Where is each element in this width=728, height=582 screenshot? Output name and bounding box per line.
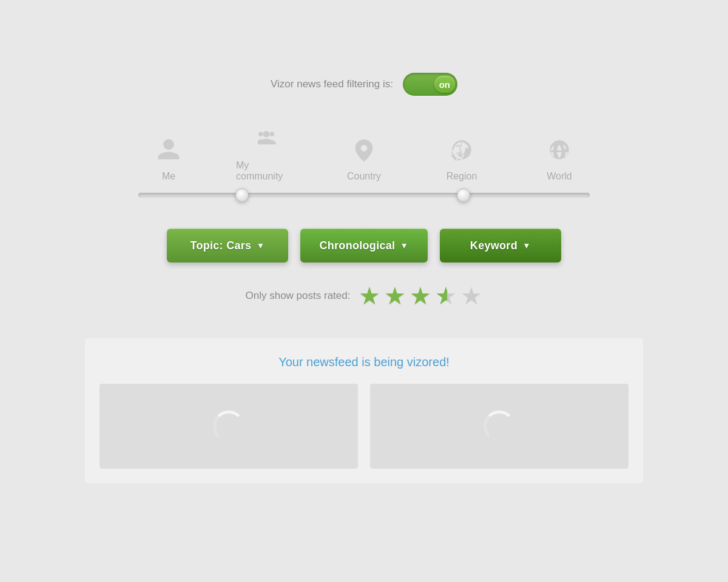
- scope-item-me[interactable]: Me: [138, 137, 199, 182]
- newsfeed-card-1: [99, 384, 358, 469]
- topic-arrow-icon: ▼: [256, 241, 265, 250]
- stars-container[interactable]: ★ ★ ★ ★ ★: [359, 284, 482, 308]
- newsfeed-section: Your newsfeed is being vizored!: [85, 338, 643, 483]
- rating-row: Only show posts rated: ★ ★ ★ ★ ★: [246, 284, 483, 308]
- community-icon: [254, 126, 279, 155]
- star-1[interactable]: ★: [359, 284, 380, 308]
- scope-icons: Me My community Country: [133, 126, 595, 182]
- scope-label-country: Country: [347, 171, 381, 182]
- keyword-filter-label: Keyword: [470, 239, 517, 252]
- star-5[interactable]: ★: [460, 284, 482, 308]
- loading-spinner-1: [213, 410, 244, 442]
- world-icon: [547, 137, 572, 166]
- region-icon: [449, 137, 474, 166]
- toggle-on-text: on: [439, 79, 450, 90]
- filter-buttons: Topic: Cars ▼ Chronological ▼ Keyword ▼: [167, 229, 561, 263]
- scope-label-region: Region: [447, 171, 477, 182]
- topic-filter-button[interactable]: Topic: Cars ▼: [167, 229, 288, 263]
- country-icon: [351, 137, 377, 166]
- topic-filter-label: Topic: Cars: [190, 239, 251, 252]
- slider-fill: [138, 193, 463, 198]
- toggle-row: Vizor news feed filtering is: on: [271, 73, 457, 96]
- scope-label-me: Me: [162, 171, 175, 182]
- scope-label-community: My community: [236, 160, 297, 182]
- scope-section: Me My community Country: [133, 126, 595, 201]
- person-icon: [156, 137, 181, 166]
- keyword-filter-button[interactable]: Keyword ▼: [440, 229, 561, 263]
- slider-track: [138, 193, 590, 198]
- loading-spinner-2: [484, 410, 515, 442]
- scope-item-country[interactable]: Country: [334, 137, 394, 182]
- scope-label-world: World: [547, 171, 572, 182]
- star-2[interactable]: ★: [384, 284, 406, 308]
- chrono-arrow-icon: ▼: [400, 241, 408, 250]
- star-4[interactable]: ★: [435, 284, 457, 308]
- keyword-arrow-icon: ▼: [522, 241, 531, 250]
- newsfeed-cards: [99, 384, 629, 469]
- star-3[interactable]: ★: [410, 284, 431, 308]
- slider-thumb-right[interactable]: [457, 189, 470, 202]
- scope-item-world[interactable]: World: [529, 137, 590, 182]
- chrono-filter-label: Chronological: [319, 239, 395, 252]
- scope-item-region[interactable]: Region: [431, 137, 492, 182]
- chrono-filter-button[interactable]: Chronological ▼: [300, 229, 428, 263]
- scope-slider[interactable]: [133, 189, 595, 201]
- newsfeed-card-2: [370, 384, 629, 469]
- toggle-label: Vizor news feed filtering is:: [271, 78, 393, 90]
- rating-label: Only show posts rated:: [246, 290, 351, 302]
- slider-thumb-left[interactable]: [235, 189, 249, 202]
- newsfeed-title: Your newsfeed is being vizored!: [99, 355, 629, 369]
- page-wrapper: Vizor news feed filtering is: on Me: [0, 0, 728, 582]
- toggle-switch[interactable]: on: [403, 73, 457, 96]
- scope-item-community[interactable]: My community: [236, 126, 297, 182]
